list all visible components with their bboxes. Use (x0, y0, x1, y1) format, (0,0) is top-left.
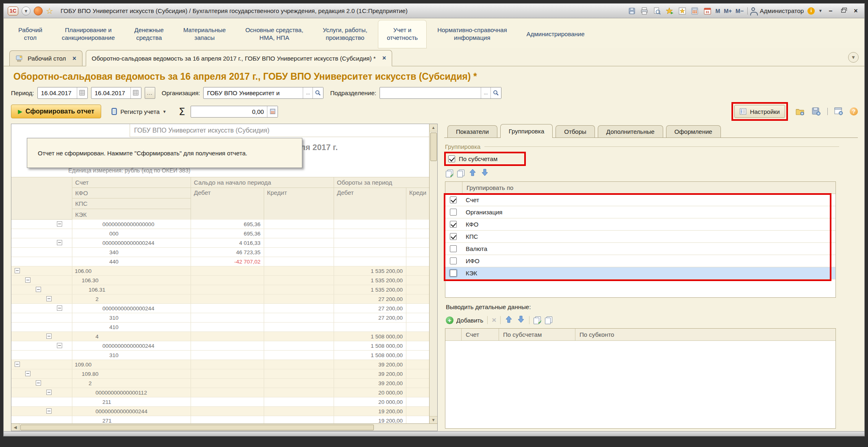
section-item-7[interactable]: Нормативно-справочнаяинформация (428, 20, 516, 48)
move-up-icon[interactable] (469, 168, 477, 178)
collapse-icon[interactable] (46, 334, 52, 339)
scroll-left-icon[interactable]: ◀ (11, 424, 20, 431)
grouping-row[interactable]: Счет (445, 194, 835, 206)
report-row[interactable]: 227 200,00 (11, 294, 429, 304)
grouping-row-checkbox[interactable] (450, 209, 457, 216)
close-button[interactable]: × (851, 7, 860, 15)
section-item-6[interactable]: Учет иотчетность (378, 20, 427, 48)
report-row[interactable]: 239 200,00 (11, 379, 429, 388)
grouping-row-checkbox[interactable] (450, 270, 457, 277)
section-item-0[interactable]: Рабочийстол (9, 20, 51, 48)
collapse-icon[interactable] (36, 287, 41, 292)
grouping-row[interactable]: КПС (445, 231, 835, 243)
section-item-5[interactable]: Услуги, работы,производство (314, 20, 376, 48)
report-row[interactable]: 3101 508 000,00 (11, 351, 429, 360)
section-item-1[interactable]: Планирование исанкционирование (53, 20, 124, 48)
collapse-icon[interactable] (15, 268, 20, 273)
report-horizontal-scrollbar[interactable]: ◀ (11, 423, 437, 431)
scroll-down-icon[interactable]: ▼ (430, 416, 437, 423)
report-row[interactable]: 0000000000000011220 000,00 (11, 388, 429, 397)
grouping-row-checkbox[interactable] (450, 221, 457, 228)
grouping-row[interactable]: КФО (445, 218, 835, 231)
section-item-8[interactable]: Администрирование (518, 20, 594, 48)
minimize-button[interactable]: – (826, 7, 835, 15)
load-settings-icon[interactable] (795, 106, 805, 117)
details-move-up-icon[interactable] (505, 315, 513, 325)
report-row[interactable]: 41 508 000,00 (11, 332, 429, 341)
report-row[interactable]: 27119 200,00 (11, 416, 429, 423)
sum-calculator-icon[interactable] (267, 106, 278, 117)
collapse-icon[interactable] (36, 380, 41, 386)
collapse-icon[interactable] (25, 371, 30, 376)
organization-field[interactable]: ГОБУ ВПО Университет и ... (203, 87, 323, 99)
organization-search-icon[interactable] (312, 87, 323, 98)
tab-report[interactable]: Оборотно-сальдовая ведомость за 16 апрел… (86, 50, 392, 66)
period-to-field[interactable]: 16.04.2017 (91, 87, 141, 99)
grouping-row-checkbox[interactable] (450, 233, 457, 240)
period-options-button[interactable]: ... (145, 87, 155, 99)
report-row[interactable]: 000000000000002444 016,33 (11, 238, 429, 248)
period-from-field[interactable]: 16.04.2017 (37, 87, 88, 99)
add-favorite-icon[interactable] (665, 7, 674, 15)
section-item-3[interactable]: Материальныезапасы (174, 20, 235, 48)
report-row[interactable]: 0000000000000024427 200,00 (11, 304, 429, 313)
report-row[interactable]: 00000000000000000695,36 (11, 220, 429, 229)
info-dropdown-icon[interactable]: ▼ (818, 9, 822, 13)
report-row[interactable]: 0000000000000024419 200,00 (11, 407, 429, 416)
horizontal-scroll-thumb[interactable] (20, 425, 374, 430)
memory-m-minus-button[interactable]: M− (736, 8, 744, 14)
report-vertical-scrollbar[interactable]: ▲ ▼ (429, 124, 437, 423)
report-row[interactable]: 106.001 535 200,00 (11, 266, 429, 276)
register-button[interactable]: Регистр учета ▼ (107, 105, 171, 118)
memory-m-button[interactable]: M (716, 8, 720, 14)
calendar-picker-icon[interactable] (130, 87, 141, 98)
add-button[interactable]: + Добавить (446, 316, 483, 324)
section-item-2[interactable]: Денежныесредства (126, 20, 173, 48)
collapse-icon[interactable] (15, 362, 20, 367)
print-icon[interactable] (640, 7, 649, 15)
settings-tab-1[interactable]: Группировка (500, 124, 553, 138)
grouping-row-checkbox[interactable] (450, 257, 457, 264)
settings-tab-4[interactable]: Оформление (666, 125, 721, 137)
period-from-value[interactable]: 16.04.2017 (38, 89, 77, 96)
save-settings-icon[interactable] (811, 106, 822, 117)
settings-tab-2[interactable]: Отборы (556, 125, 595, 137)
details-uncheck-all-icon[interactable] (545, 316, 552, 324)
report-row[interactable]: 000695,36 (11, 229, 429, 238)
calculator-icon[interactable] (690, 7, 699, 15)
generate-report-button[interactable]: ▶ Сформировать отчет (11, 105, 101, 118)
collapse-icon[interactable] (57, 305, 62, 311)
collapse-icon[interactable] (57, 343, 62, 348)
scroll-up-icon[interactable]: ▲ (430, 124, 437, 131)
uncheck-all-icon[interactable] (457, 170, 464, 177)
report-row[interactable]: 410 (11, 323, 429, 332)
settings-button[interactable]: Настройки (734, 105, 785, 118)
favorites-star-icon[interactable]: ☆ (46, 7, 53, 15)
info-icon[interactable]: i (807, 7, 815, 15)
sum-field[interactable]: 0,00 (191, 106, 278, 118)
home-circle-button[interactable] (34, 7, 43, 15)
by-subaccounts-checkbox[interactable] (448, 155, 455, 162)
save-icon[interactable] (627, 7, 636, 15)
move-down-icon[interactable] (481, 168, 489, 178)
vertical-scroll-thumb[interactable] (430, 133, 437, 161)
organization-ellipsis-button[interactable]: ... (303, 87, 312, 98)
1c-logo-icon[interactable]: 1С (8, 7, 18, 15)
tab-close-icon[interactable]: × (72, 55, 76, 62)
memory-m-plus-button[interactable]: M+ (724, 8, 732, 14)
report-row[interactable]: 21120 000,00 (11, 397, 429, 407)
report-row[interactable]: 000000000000002441 508 000,00 (11, 341, 429, 351)
department-field[interactable]: ... (380, 87, 501, 99)
section-item-4[interactable]: Основные средства,НМА, НПА (237, 20, 312, 48)
details-check-all-icon[interactable]: ✓ (534, 316, 541, 324)
department-search-icon[interactable] (490, 87, 501, 98)
grouping-row-checkbox[interactable] (450, 245, 457, 252)
main-menu-button[interactable]: ▼ (22, 7, 30, 15)
tab-desktop[interactable]: Рабочий стол × (9, 50, 82, 66)
check-all-icon[interactable]: ✓ (446, 170, 453, 177)
grouping-row[interactable]: КЭК (445, 267, 835, 279)
print-preview-icon[interactable] (653, 7, 662, 15)
grouping-row[interactable]: ИФО (445, 255, 835, 267)
collapse-icon[interactable] (57, 221, 62, 227)
sum-value[interactable]: 0,00 (191, 108, 267, 115)
